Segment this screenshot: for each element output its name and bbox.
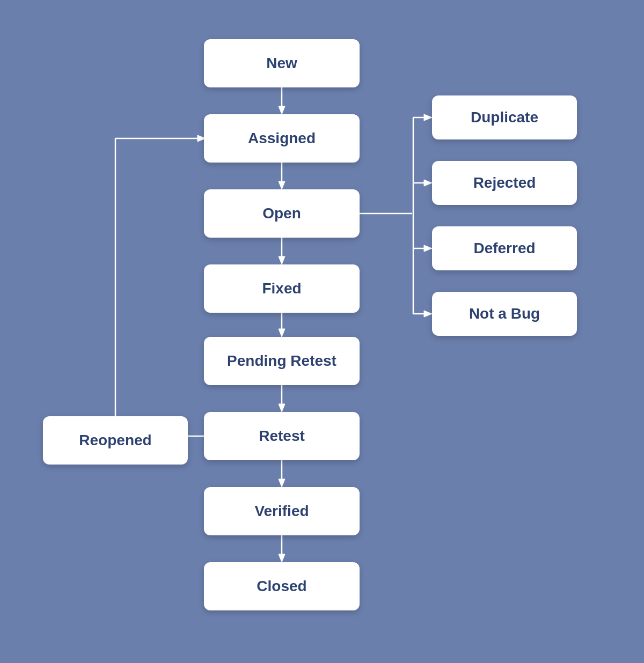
node-pending-retest: Pending Retest xyxy=(204,337,360,385)
node-rejected: Rejected xyxy=(432,161,577,205)
svg-marker-17 xyxy=(424,114,432,121)
node-deferred: Deferred xyxy=(432,226,577,270)
node-reopened: Reopened xyxy=(43,416,188,465)
svg-marker-7 xyxy=(279,329,285,337)
node-open: Open xyxy=(204,189,360,238)
svg-marker-13 xyxy=(279,554,285,562)
svg-marker-19 xyxy=(424,180,432,186)
flowchart-diagram: New Assigned Open Fixed Pending Retest R… xyxy=(27,15,617,648)
svg-marker-9 xyxy=(279,404,285,412)
node-verified: Verified xyxy=(204,487,360,535)
svg-marker-3 xyxy=(279,181,285,189)
node-fixed: Fixed xyxy=(204,264,360,313)
svg-marker-5 xyxy=(279,256,285,264)
svg-marker-11 xyxy=(279,479,285,487)
node-retest: Retest xyxy=(204,412,360,460)
svg-marker-23 xyxy=(424,311,432,317)
node-duplicate: Duplicate xyxy=(432,95,577,139)
node-not-a-bug: Not a Bug xyxy=(432,292,577,336)
svg-marker-21 xyxy=(424,245,432,252)
node-new: New xyxy=(204,39,360,87)
node-assigned: Assigned xyxy=(204,114,360,163)
svg-marker-1 xyxy=(279,106,285,114)
node-closed: Closed xyxy=(204,562,360,610)
